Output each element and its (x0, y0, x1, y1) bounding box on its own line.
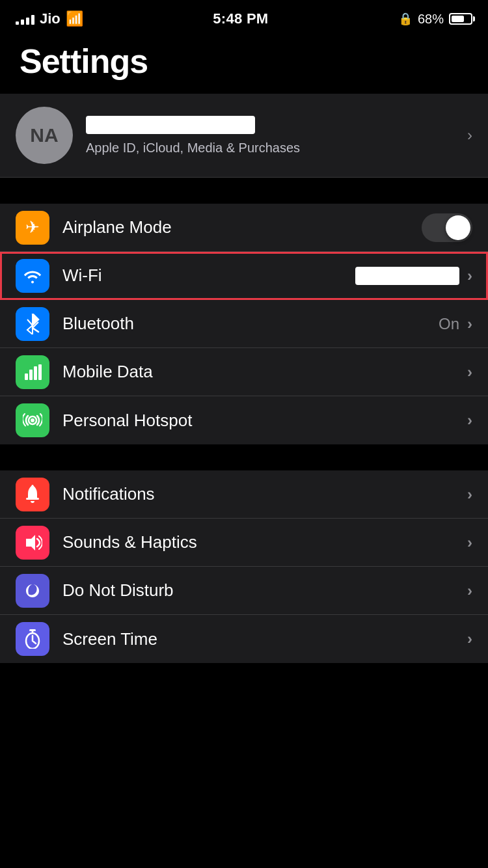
page-title: Settings (20, 42, 468, 81)
settings-item-notifications[interactable]: Notifications › (0, 470, 488, 519)
personal-hotspot-right: › (467, 411, 472, 429)
do-not-disturb-label: Do Not Disturb (62, 580, 467, 601)
svg-point-5 (31, 418, 34, 422)
status-time: 5:48 PM (213, 10, 268, 27)
sounds-haptics-chevron-icon: › (467, 534, 472, 552)
sounds-haptics-label: Sounds & Haptics (62, 532, 467, 552)
section-gap-2 (0, 444, 488, 470)
profile-row[interactable]: NA Apple ID, iCloud, Media & Purchases › (0, 94, 488, 178)
personal-hotspot-icon (16, 403, 49, 437)
bluetooth-chevron-icon: › (467, 315, 472, 333)
svg-marker-8 (26, 535, 35, 550)
svg-rect-6 (26, 498, 39, 500)
do-not-disturb-right: › (467, 582, 472, 600)
settings-item-wifi[interactable]: Wi-Fi › (0, 252, 488, 300)
wifi-icon (16, 259, 49, 293)
status-bar: Jio 📶 5:48 PM 🔒 68% (0, 0, 488, 35)
screen-time-right: › (467, 630, 472, 648)
bluetooth-label: Bluetooth (62, 314, 439, 334)
profile-subtitle: Apple ID, iCloud, Media & Purchases (86, 141, 454, 156)
profile-name-bar (86, 116, 255, 134)
screen-time-icon (16, 622, 49, 656)
svg-rect-0 (25, 373, 28, 380)
bluetooth-icon (16, 307, 49, 341)
profile-chevron-icon: › (467, 126, 472, 144)
wifi-label: Wi-Fi (62, 265, 355, 286)
battery-icon (449, 13, 472, 25)
airplane-mode-icon: ✈ (16, 211, 49, 245)
settings-item-airplane-mode[interactable]: ✈ Airplane Mode (0, 204, 488, 252)
mobile-data-chevron-icon: › (467, 363, 472, 381)
wifi-icon: 📶 (66, 10, 83, 27)
status-right: 🔒 68% (398, 12, 472, 27)
airplane-mode-toggle[interactable] (422, 213, 472, 242)
wifi-right: › (355, 267, 472, 285)
status-left: Jio 📶 (16, 10, 83, 27)
sounds-haptics-right: › (467, 534, 472, 552)
general-section: Notifications › Sounds & Haptics › Do No… (0, 470, 488, 663)
page-title-container: Settings (0, 35, 488, 94)
do-not-disturb-chevron-icon: › (467, 582, 472, 600)
avatar: NA (16, 107, 73, 164)
airplane-mode-label: Airplane Mode (62, 217, 422, 237)
screen-time-chevron-icon: › (467, 630, 472, 648)
settings-item-personal-hotspot[interactable]: Personal Hotspot › (0, 396, 488, 444)
wifi-chevron-icon: › (467, 267, 472, 285)
connectivity-section: ✈ Airplane Mode Wi-Fi › Bluetooth (0, 204, 488, 444)
notifications-label: Notifications (62, 484, 467, 504)
lock-icon: 🔒 (398, 12, 413, 26)
mobile-data-right: › (467, 363, 472, 381)
settings-item-sounds-haptics[interactable]: Sounds & Haptics › (0, 519, 488, 567)
settings-item-mobile-data[interactable]: Mobile Data › (0, 348, 488, 396)
notifications-right: › (467, 485, 472, 504)
svg-rect-2 (34, 366, 37, 380)
svg-rect-10 (32, 629, 34, 632)
carrier-label: Jio (40, 10, 61, 27)
notifications-icon (16, 478, 49, 511)
section-gap-1 (0, 178, 488, 204)
svg-rect-7 (32, 485, 34, 487)
mobile-data-icon (16, 355, 49, 389)
bluetooth-right: On › (439, 315, 472, 333)
screen-time-label: Screen Time (62, 629, 467, 649)
settings-item-bluetooth[interactable]: Bluetooth On › (0, 300, 488, 348)
do-not-disturb-icon (16, 574, 49, 608)
svg-rect-3 (38, 364, 42, 380)
profile-info: Apple ID, iCloud, Media & Purchases (86, 116, 454, 156)
personal-hotspot-chevron-icon: › (467, 411, 472, 429)
bluetooth-value: On (439, 315, 459, 333)
settings-item-do-not-disturb[interactable]: Do Not Disturb › (0, 567, 488, 615)
mobile-data-label: Mobile Data (62, 362, 467, 382)
signal-bars (16, 13, 34, 25)
settings-item-screen-time[interactable]: Screen Time › (0, 615, 488, 663)
battery-percent: 68% (418, 12, 444, 27)
sounds-haptics-icon (16, 526, 49, 560)
wifi-value-bar (355, 267, 459, 285)
personal-hotspot-label: Personal Hotspot (62, 411, 467, 431)
svg-rect-1 (29, 370, 33, 380)
notifications-chevron-icon: › (467, 485, 472, 504)
